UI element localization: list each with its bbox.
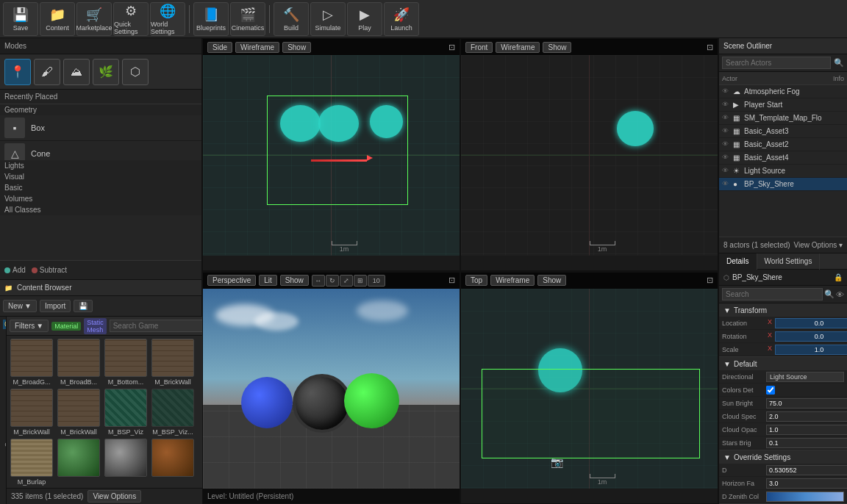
subtract-button[interactable]: Subtract xyxy=(32,266,67,274)
visibility-icon[interactable]: 👁 xyxy=(722,140,731,149)
top-viewport-canvas[interactable]: 1m 📷 xyxy=(461,289,718,489)
asset-thumb-broad-bim[interactable]: M_BroadB... xyxy=(57,339,101,386)
visibility-icon[interactable]: 👁 xyxy=(722,114,731,123)
asset-thumb-bsp-transp[interactable]: M_BSP_Viz... xyxy=(151,389,195,436)
asset-thumb-sphere-3[interactable] xyxy=(151,439,195,486)
outliner-light-source[interactable]: 👁 ☀ Light Source xyxy=(719,165,847,178)
geo-item-box[interactable]: ▪ Box xyxy=(0,115,201,141)
content-button[interactable]: 📁 Content xyxy=(40,2,75,36)
perspective-viewport[interactable]: Perspective Lit Show ↔ ↻ ⤢ ⊞ 10 ⊡ xyxy=(202,272,460,505)
default-header[interactable]: ▼ Default xyxy=(719,357,847,370)
world-settings-tab[interactable]: World Settings xyxy=(757,253,821,270)
asset-thumb-brick-2[interactable]: M_BrickWall xyxy=(10,389,54,436)
blueprints-button[interactable]: 📘 Blueprints xyxy=(193,2,229,36)
build-button[interactable]: 🔨 Build xyxy=(274,2,309,36)
outliner-basic-asset2[interactable]: 👁 ▦ Basic_Asset2 xyxy=(719,138,847,151)
details-eye-btn[interactable]: 👁 xyxy=(836,290,844,299)
visibility-icon[interactable]: 👁 xyxy=(722,127,731,136)
visibility-icon[interactable]: 👁 xyxy=(722,154,731,162)
filter-material-tag[interactable]: Material xyxy=(51,322,81,331)
details-search-input[interactable] xyxy=(722,288,823,300)
world-settings-button[interactable]: 🌐 World Settings xyxy=(150,2,185,36)
add-button[interactable]: Add xyxy=(4,266,26,274)
all-classes-section[interactable]: All Classes xyxy=(0,204,201,215)
landscape-mode-btn[interactable]: ⛰ xyxy=(63,59,90,85)
side-expand-button[interactable]: ⊡ xyxy=(448,43,455,52)
lights-section[interactable]: Lights xyxy=(0,160,201,171)
front-viewport[interactable]: Front Wireframe Show ⊡ xyxy=(460,38,718,271)
persp-expand-button[interactable]: ⊡ xyxy=(448,276,455,285)
persp-scale-btn[interactable]: ⤢ xyxy=(340,275,353,287)
side-show-button[interactable]: Show xyxy=(282,42,311,53)
cb-new-button[interactable]: New ▼ xyxy=(3,300,37,312)
cb-import-button[interactable]: Import xyxy=(40,300,71,312)
side-viewport[interactable]: Side Wireframe Show ⊡ xyxy=(202,38,460,271)
outliner-bp-sky-shere[interactable]: 👁 ● BP_Sky_Shere xyxy=(719,178,847,191)
geometry-mode-btn[interactable]: ⬡ xyxy=(122,59,149,85)
save-button[interactable]: 💾 Save xyxy=(3,2,38,36)
visibility-icon[interactable]: 👁 xyxy=(722,87,731,96)
outliner-atmospheric-fog[interactable]: 👁 ☁ Atmospheric Fog xyxy=(719,85,847,98)
asset-thumb-broad-ground[interactable]: M_BroadG... xyxy=(10,339,54,386)
cb-filters-button[interactable]: Filters▼ xyxy=(10,320,49,332)
persp-show-button[interactable]: Show xyxy=(280,275,309,286)
top-expand-button[interactable]: ⊡ xyxy=(707,276,713,285)
front-view-toggle[interactable]: Front xyxy=(465,42,493,53)
cloud-spec-input[interactable] xyxy=(766,411,847,422)
colors-det-checkbox[interactable] xyxy=(766,386,775,395)
top-viewport[interactable]: Top Wireframe Show ⊡ xyxy=(460,272,718,505)
visibility-icon[interactable]: 👁 xyxy=(722,180,731,189)
outliner-search-input[interactable] xyxy=(722,57,831,69)
front-expand-button[interactable]: ⊡ xyxy=(707,43,713,52)
simulate-button[interactable]: ▷ Simulate xyxy=(310,2,346,36)
details-tab[interactable]: Details xyxy=(719,253,757,270)
persp-rotate-btn[interactable]: ↻ xyxy=(326,275,339,287)
persp-snap-btn[interactable]: ⊞ xyxy=(354,275,367,287)
top-show-button[interactable]: Show xyxy=(537,275,566,286)
marketplace-button[interactable]: 🛒 Marketplace xyxy=(76,2,112,36)
zenith-color-bar[interactable] xyxy=(766,492,844,502)
cb-save-button[interactable]: 💾 xyxy=(74,300,93,312)
transform-header[interactable]: ▼ Transform xyxy=(719,303,847,317)
outliner-basic-asset3[interactable]: 👁 ▦ Basic_Asset3 xyxy=(719,125,847,138)
asset-thumb-burlap[interactable]: M_Burlap xyxy=(10,439,54,486)
front-viewport-canvas[interactable]: 1m xyxy=(461,55,718,256)
stars-brig-input[interactable] xyxy=(766,438,847,448)
placement-mode-btn[interactable]: 📍 xyxy=(4,59,31,85)
location-x-input[interactable] xyxy=(775,318,847,328)
scale-x-input[interactable] xyxy=(775,345,847,355)
directional-select[interactable]: Light Source xyxy=(766,372,844,382)
persp-grid-size[interactable]: 10 xyxy=(368,275,385,287)
asset-thumb-bottom-rim[interactable]: M_Bottom... xyxy=(104,339,148,386)
volumes-section[interactable]: Volumes xyxy=(0,193,201,204)
geometry-section[interactable]: Geometry xyxy=(0,104,201,115)
persp-lit-toggle[interactable]: Lit xyxy=(259,275,277,286)
cloud-opac-input[interactable] xyxy=(766,425,847,435)
geo-item-cone[interactable]: △ Cone xyxy=(0,141,201,160)
outliner-basic-asset4[interactable]: 👁 ▦ Basic_Asset4 xyxy=(719,151,847,165)
asset-thumb-bsp[interactable]: M_BSP_Viz xyxy=(104,389,148,436)
override-settings-header[interactable]: ▼ Override Settings xyxy=(719,450,847,464)
perspective-viewport-canvas[interactable] xyxy=(203,289,460,489)
quick-settings-button[interactable]: ⚙ Quick Settings xyxy=(113,2,149,36)
side-view-toggle[interactable]: Side xyxy=(207,42,232,53)
sun-height-input[interactable] xyxy=(766,465,847,475)
cb-search-input[interactable] xyxy=(110,320,210,332)
horizon-fa-input[interactable] xyxy=(766,478,847,489)
side-viewport-canvas[interactable]: 1m xyxy=(203,55,460,256)
side-wireframe-toggle[interactable]: Wireframe xyxy=(235,42,279,53)
asset-thumb-sphere-2[interactable] xyxy=(104,439,148,486)
asset-thumb-brick-3[interactable]: M_BrickWall xyxy=(57,389,101,436)
asset-thumb-brick-1[interactable]: M_BrickWall xyxy=(151,339,195,386)
visibility-icon[interactable]: 👁 xyxy=(722,101,731,109)
persp-view-toggle[interactable]: Perspective xyxy=(207,275,256,286)
details-search-btn[interactable]: 🔍 xyxy=(824,289,835,299)
cb-view-options-button[interactable]: View Options xyxy=(87,490,141,503)
cinematics-button[interactable]: 🎬 Cinematics xyxy=(230,2,265,36)
outliner-view-options[interactable]: View Options ▾ xyxy=(793,241,843,249)
front-wireframe-toggle[interactable]: Wireframe xyxy=(496,42,540,53)
filter-static-mesh-tag[interactable]: Static Mesh xyxy=(84,318,107,334)
outliner-sm-template[interactable]: 👁 ▦ SM_Template_Map_Flo xyxy=(719,112,847,125)
launch-button[interactable]: 🚀 Launch xyxy=(384,2,419,36)
visual-section[interactable]: Visual xyxy=(0,171,201,182)
